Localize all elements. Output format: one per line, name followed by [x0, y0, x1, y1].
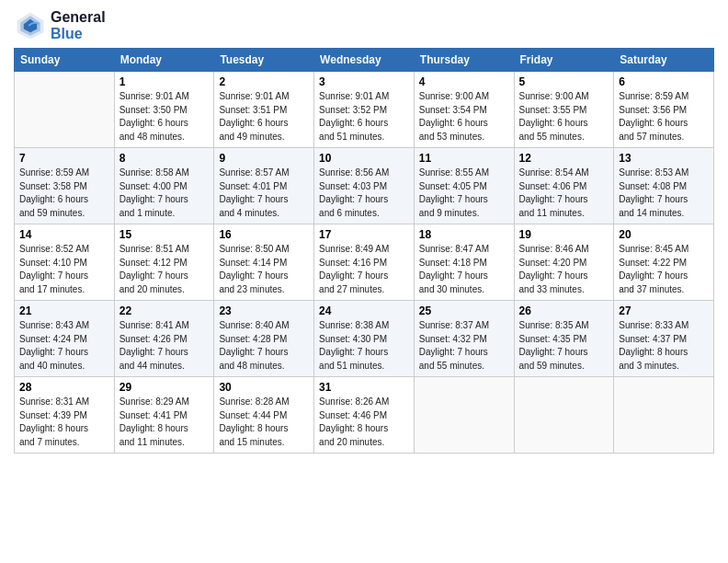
day-info: Sunrise: 8:55 AMSunset: 4:05 PMDaylight:…	[419, 167, 509, 220]
calendar-cell: 6Sunrise: 8:59 AMSunset: 3:56 PMDaylight…	[614, 72, 714, 148]
day-number: 27	[619, 304, 709, 317]
logo: General Blue	[14, 9, 106, 42]
calendar-cell	[414, 377, 514, 454]
calendar-week-row: 1Sunrise: 9:01 AMSunset: 3:50 PMDaylight…	[15, 72, 714, 148]
day-info: Sunrise: 8:41 AMSunset: 4:26 PMDaylight:…	[119, 319, 210, 373]
calendar-cell: 21Sunrise: 8:43 AMSunset: 4:24 PMDayligh…	[15, 301, 115, 377]
calendar-cell: 3Sunrise: 9:01 AMSunset: 3:52 PMDaylight…	[314, 72, 415, 148]
day-number: 17	[319, 228, 409, 241]
day-number: 23	[219, 304, 309, 317]
calendar-cell: 20Sunrise: 8:45 AMSunset: 4:22 PMDayligh…	[614, 224, 714, 301]
day-info: Sunrise: 8:52 AMSunset: 4:10 PMDaylight:…	[19, 243, 109, 296]
day-info: Sunrise: 8:35 AMSunset: 4:35 PMDaylight:…	[519, 319, 609, 373]
calendar-week-row: 7Sunrise: 8:59 AMSunset: 3:58 PMDaylight…	[15, 148, 714, 224]
day-info: Sunrise: 8:50 AMSunset: 4:14 PMDaylight:…	[219, 243, 309, 296]
calendar-cell: 24Sunrise: 8:38 AMSunset: 4:30 PMDayligh…	[314, 301, 415, 377]
calendar-cell: 17Sunrise: 8:49 AMSunset: 4:16 PMDayligh…	[314, 224, 415, 301]
page-container: General Blue SundayMondayTuesdayWednesda…	[0, 0, 728, 463]
day-info: Sunrise: 8:38 AMSunset: 4:30 PMDaylight:…	[319, 319, 409, 373]
calendar-cell: 30Sunrise: 8:28 AMSunset: 4:44 PMDayligh…	[214, 377, 314, 454]
day-info: Sunrise: 8:26 AMSunset: 4:46 PMDaylight:…	[319, 396, 409, 449]
calendar-cell: 12Sunrise: 8:54 AMSunset: 4:06 PMDayligh…	[514, 148, 614, 224]
day-number: 21	[19, 304, 109, 317]
day-number: 1	[119, 75, 210, 88]
day-number: 24	[319, 304, 409, 317]
calendar-cell: 25Sunrise: 8:37 AMSunset: 4:32 PMDayligh…	[414, 301, 514, 377]
day-number: 19	[519, 228, 609, 241]
day-info: Sunrise: 8:59 AMSunset: 3:56 PMDaylight:…	[619, 90, 709, 144]
day-number: 9	[219, 152, 309, 165]
day-info: Sunrise: 8:57 AMSunset: 4:01 PMDaylight:…	[219, 167, 309, 220]
calendar-cell: 29Sunrise: 8:29 AMSunset: 4:41 PMDayligh…	[114, 377, 214, 454]
logo-icon	[14, 9, 47, 42]
day-info: Sunrise: 8:28 AMSunset: 4:44 PMDaylight:…	[219, 396, 309, 449]
calendar-cell: 23Sunrise: 8:40 AMSunset: 4:28 PMDayligh…	[214, 301, 314, 377]
calendar-cell: 1Sunrise: 9:01 AMSunset: 3:50 PMDaylight…	[114, 72, 214, 148]
weekday-header-thursday: Thursday	[414, 49, 514, 72]
day-number: 5	[519, 75, 609, 88]
calendar-week-row: 14Sunrise: 8:52 AMSunset: 4:10 PMDayligh…	[15, 224, 714, 301]
calendar-cell: 26Sunrise: 8:35 AMSunset: 4:35 PMDayligh…	[514, 301, 614, 377]
day-number: 16	[219, 228, 309, 241]
day-info: Sunrise: 8:53 AMSunset: 4:08 PMDaylight:…	[619, 167, 709, 220]
day-info: Sunrise: 8:49 AMSunset: 4:16 PMDaylight:…	[319, 243, 409, 296]
day-number: 26	[519, 304, 609, 317]
day-number: 11	[419, 152, 509, 165]
weekday-header-tuesday: Tuesday	[214, 49, 314, 72]
calendar-cell: 4Sunrise: 9:00 AMSunset: 3:54 PMDaylight…	[414, 72, 514, 148]
weekday-header-row: SundayMondayTuesdayWednesdayThursdayFrid…	[15, 49, 714, 72]
calendar-cell	[514, 377, 614, 454]
calendar-cell: 7Sunrise: 8:59 AMSunset: 3:58 PMDaylight…	[15, 148, 115, 224]
calendar-cell: 15Sunrise: 8:51 AMSunset: 4:12 PMDayligh…	[114, 224, 214, 301]
header: General Blue	[14, 9, 714, 42]
day-number: 10	[319, 152, 409, 165]
calendar-cell: 27Sunrise: 8:33 AMSunset: 4:37 PMDayligh…	[614, 301, 714, 377]
logo-text: General Blue	[51, 9, 106, 42]
day-number: 6	[619, 75, 709, 88]
day-info: Sunrise: 8:33 AMSunset: 4:37 PMDaylight:…	[619, 319, 709, 373]
day-info: Sunrise: 8:54 AMSunset: 4:06 PMDaylight:…	[519, 167, 609, 220]
calendar-cell: 31Sunrise: 8:26 AMSunset: 4:46 PMDayligh…	[314, 377, 415, 454]
calendar-cell: 8Sunrise: 8:58 AMSunset: 4:00 PMDaylight…	[114, 148, 214, 224]
day-info: Sunrise: 8:56 AMSunset: 4:03 PMDaylight:…	[319, 167, 409, 220]
day-number: 7	[19, 152, 109, 165]
day-info: Sunrise: 9:00 AMSunset: 3:55 PMDaylight:…	[519, 90, 609, 144]
day-info: Sunrise: 9:01 AMSunset: 3:52 PMDaylight:…	[319, 90, 409, 144]
day-info: Sunrise: 8:47 AMSunset: 4:18 PMDaylight:…	[419, 243, 509, 296]
day-number: 15	[119, 228, 210, 241]
day-number: 4	[419, 75, 509, 88]
day-info: Sunrise: 8:37 AMSunset: 4:32 PMDaylight:…	[419, 319, 509, 373]
calendar-cell: 5Sunrise: 9:00 AMSunset: 3:55 PMDaylight…	[514, 72, 614, 148]
day-number: 22	[119, 304, 210, 317]
day-info: Sunrise: 8:46 AMSunset: 4:20 PMDaylight:…	[519, 243, 609, 296]
day-info: Sunrise: 8:45 AMSunset: 4:22 PMDaylight:…	[619, 243, 709, 296]
day-info: Sunrise: 8:29 AMSunset: 4:41 PMDaylight:…	[119, 396, 210, 449]
day-number: 2	[219, 75, 309, 88]
day-number: 29	[119, 381, 210, 394]
day-number: 28	[19, 381, 109, 394]
day-number: 8	[119, 152, 210, 165]
calendar-cell: 22Sunrise: 8:41 AMSunset: 4:26 PMDayligh…	[114, 301, 214, 377]
day-number: 12	[519, 152, 609, 165]
calendar-cell: 19Sunrise: 8:46 AMSunset: 4:20 PMDayligh…	[514, 224, 614, 301]
calendar-cell: 18Sunrise: 8:47 AMSunset: 4:18 PMDayligh…	[414, 224, 514, 301]
weekday-header-saturday: Saturday	[614, 49, 714, 72]
calendar-cell: 16Sunrise: 8:50 AMSunset: 4:14 PMDayligh…	[214, 224, 314, 301]
calendar-week-row: 21Sunrise: 8:43 AMSunset: 4:24 PMDayligh…	[15, 301, 714, 377]
day-info: Sunrise: 8:43 AMSunset: 4:24 PMDaylight:…	[19, 319, 109, 373]
day-number: 14	[19, 228, 109, 241]
day-info: Sunrise: 9:01 AMSunset: 3:51 PMDaylight:…	[219, 90, 309, 144]
weekday-header-sunday: Sunday	[15, 49, 115, 72]
day-info: Sunrise: 8:40 AMSunset: 4:28 PMDaylight:…	[219, 319, 309, 373]
day-number: 20	[619, 228, 709, 241]
weekday-header-wednesday: Wednesday	[314, 49, 415, 72]
day-info: Sunrise: 9:01 AMSunset: 3:50 PMDaylight:…	[119, 90, 210, 144]
calendar-cell: 10Sunrise: 8:56 AMSunset: 4:03 PMDayligh…	[314, 148, 415, 224]
calendar-table: SundayMondayTuesdayWednesdayThursdayFrid…	[14, 48, 714, 454]
day-info: Sunrise: 8:31 AMSunset: 4:39 PMDaylight:…	[19, 396, 109, 449]
day-number: 31	[319, 381, 409, 394]
day-info: Sunrise: 8:59 AMSunset: 3:58 PMDaylight:…	[19, 167, 109, 220]
calendar-cell	[614, 377, 714, 454]
day-number: 18	[419, 228, 509, 241]
calendar-cell: 9Sunrise: 8:57 AMSunset: 4:01 PMDaylight…	[214, 148, 314, 224]
